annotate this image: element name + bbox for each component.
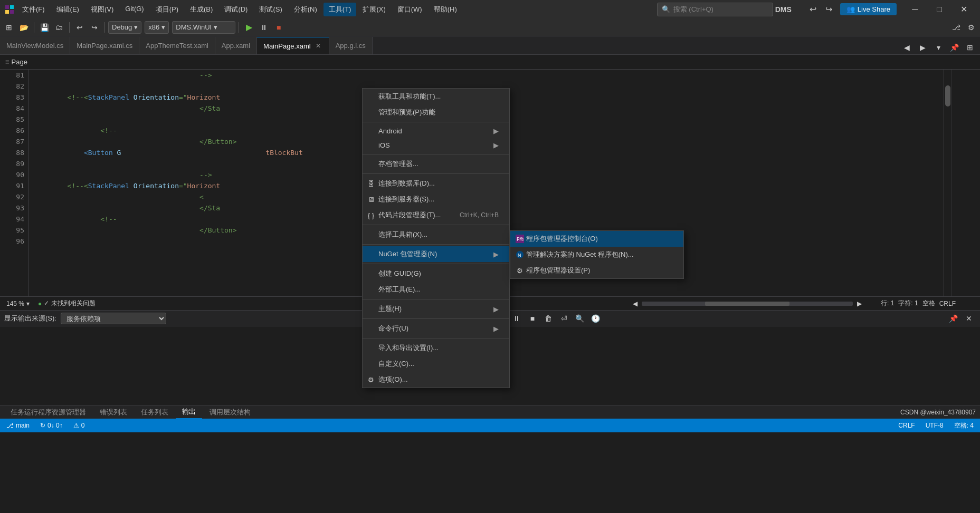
close-output-icon[interactable]: ✕: [962, 312, 976, 325]
pin-tab-icon[interactable]: 📌: [947, 41, 961, 54]
menu-analyze[interactable]: 分析(N): [289, 3, 322, 16]
menu-help[interactable]: 帮助(H): [429, 3, 462, 16]
menu-view[interactable]: 视图(V): [85, 3, 119, 16]
sync-status[interactable]: ↻ 0↓ 0↑: [38, 422, 65, 429]
bottom-tab-bar: 任务运行程序资源管理器 错误列表 任务列表 输出 调用层次结构 CSDN @we…: [0, 405, 980, 419]
warning-status[interactable]: ⚠ 0: [71, 422, 87, 429]
menu-build[interactable]: 生成(B): [185, 3, 218, 16]
branch-status[interactable]: ⎇ main: [4, 422, 32, 429]
menu-tools-cmdline[interactable]: 命令行(U) ▶: [363, 321, 509, 336]
svg-rect-1: [10, 5, 14, 9]
redo-toolbar-icon[interactable]: ↪: [88, 21, 101, 34]
menu-project[interactable]: 项目(P): [150, 3, 184, 16]
title-right: DMS ↩ ↪ 👥 Live Share: [775, 3, 901, 16]
output-stop-icon[interactable]: ■: [526, 312, 539, 325]
tab-mainpagexaml-close[interactable]: ✕: [314, 42, 322, 50]
menu-tools-connectdb[interactable]: 🗄 连接到数据库(D)...: [363, 176, 509, 191]
menu-edit[interactable]: 编辑(E): [51, 3, 84, 16]
menu-tools-nuget[interactable]: NuGet 包管理器(N) ▶: [363, 246, 509, 262]
tab-mainpagexamlcs[interactable]: MainPage.xaml.cs: [70, 37, 139, 54]
menu-debug[interactable]: 调试(D): [219, 3, 253, 16]
tab-callhierarchy[interactable]: 调用层次结构: [203, 406, 257, 419]
run-button[interactable]: ▶: [242, 21, 256, 34]
menu-tools[interactable]: 工具(T): [324, 3, 357, 16]
project-dropdown[interactable]: DMS.WinUI ▾: [172, 21, 235, 34]
scroll-left-btn[interactable]: ◀: [633, 300, 638, 307]
spaces-label: 空格: 4: [954, 421, 974, 430]
scroll-tabs-right-icon[interactable]: ▶: [916, 41, 929, 54]
menu-tools-importexport[interactable]: 导入和导出设置(I)...: [363, 340, 509, 356]
pin-output-icon[interactable]: 📌: [946, 312, 960, 325]
scroll-right-btn[interactable]: ▶: [857, 300, 862, 307]
menu-tools-createguid[interactable]: 创建 GUID(G): [363, 266, 509, 282]
menu-nuget-settings[interactable]: ⚙ 程序包管理器设置(P): [510, 263, 683, 278]
menu-tools-customize[interactable]: 自定义(C)...: [363, 356, 509, 372]
undo-icon[interactable]: ↩: [806, 3, 820, 16]
menu-tools-externaltools[interactable]: 外部工具(E)...: [363, 282, 509, 297]
tab-appxaml-label: App.xaml: [222, 42, 250, 50]
tab-appxaml[interactable]: App.xaml: [215, 37, 257, 54]
output-clock-icon[interactable]: 🕐: [589, 312, 603, 325]
menu-sep-8: [363, 318, 509, 319]
menu-test[interactable]: 测试(S): [254, 3, 287, 16]
new-project-icon[interactable]: ⊞: [2, 21, 16, 34]
tab-output[interactable]: 输出: [176, 405, 202, 419]
menu-tools-gettools[interactable]: 获取工具和功能(T)...: [363, 89, 509, 104]
output-pause-icon[interactable]: ⏸: [510, 312, 524, 325]
vertical-scrollbar[interactable]: [944, 70, 951, 296]
split-editor-icon[interactable]: ⊞: [963, 41, 977, 54]
problems-status[interactable]: ● ✓ 未找到相关问题: [36, 299, 98, 308]
platform-dropdown[interactable]: x86 ▾: [145, 21, 169, 34]
menu-tools-ios[interactable]: iOS ▶: [363, 138, 509, 152]
tab-errorlist[interactable]: 错误列表: [93, 406, 134, 419]
horizontal-scrollbar[interactable]: [642, 302, 853, 306]
save-icon[interactable]: 💾: [37, 21, 51, 34]
scroll-tabs-left-icon[interactable]: ◀: [900, 41, 914, 54]
menu-tools-snippets[interactable]: { } 代码片段管理器(T)... Ctrl+K, Ctrl+B: [363, 207, 509, 223]
crlf-status[interactable]: CRLF: [896, 422, 917, 429]
main-status-bar: ⎇ main ↻ 0↓ 0↑ ⚠ 0 CRLF UTF-8 空格: 4: [0, 419, 980, 432]
menu-nuget-console[interactable]: PM> 程序包管理器控制台(O): [510, 231, 683, 247]
close-button[interactable]: ✕: [952, 0, 976, 18]
tab-mainviewmodel[interactable]: MainViewModel.cs: [0, 37, 70, 54]
nuget-submenu-menu: PM> 程序包管理器控制台(O) N 管理解决方案的 NuGet 程序包(N).…: [510, 230, 684, 279]
menu-nuget-manage[interactable]: N 管理解决方案的 NuGet 程序包(N)...: [510, 247, 683, 263]
menu-extend[interactable]: 扩展(X): [357, 3, 391, 16]
tab-tasklist[interactable]: 任务列表: [135, 406, 175, 419]
tab-taskrunner[interactable]: 任务运行程序资源管理器: [4, 406, 92, 419]
debug-config-dropdown[interactable]: Debug ▾: [108, 21, 141, 34]
menu-tools-toolbox[interactable]: 选择工具箱(X)...: [363, 227, 509, 243]
menu-tools-options[interactable]: ⚙ 选项(O)...: [363, 372, 509, 388]
tab-list-icon[interactable]: ▾: [931, 41, 945, 54]
tab-appthemetest[interactable]: AppThemeTest.xaml: [139, 37, 215, 54]
menu-file[interactable]: 文件(F): [17, 3, 50, 16]
menu-git[interactable]: Git(G): [120, 3, 149, 16]
maximize-button[interactable]: □: [927, 0, 952, 18]
menu-tools-archive[interactable]: 存档管理器...: [363, 156, 509, 172]
stop-icon[interactable]: ■: [272, 21, 286, 34]
git-changes-icon[interactable]: ⎇: [949, 21, 963, 34]
menu-tools-connectserver[interactable]: 🖥 连接到服务器(S)...: [363, 191, 509, 207]
output-source-select[interactable]: 服务依赖项: [61, 313, 166, 324]
open-icon[interactable]: 📂: [17, 21, 31, 34]
zoom-status[interactable]: 145 % ▾: [4, 300, 32, 307]
save-all-icon[interactable]: 🗂: [52, 21, 66, 34]
menu-tools-android[interactable]: Android ▶: [363, 124, 509, 138]
settings-icon[interactable]: ⚙: [964, 21, 978, 34]
encoding-status[interactable]: UTF-8: [924, 422, 946, 429]
menu-tools-manage[interactable]: 管理和预览(P)功能: [363, 104, 509, 120]
minimize-button[interactable]: ─: [903, 0, 927, 18]
redo-icon[interactable]: ↪: [822, 3, 836, 16]
output-wordwrap-icon[interactable]: ⏎: [557, 312, 571, 325]
menu-tools-theme[interactable]: 主题(H) ▶: [363, 301, 509, 317]
menu-window[interactable]: 窗口(W): [392, 3, 427, 16]
tab-mainpagexaml[interactable]: MainPage.xaml ✕: [257, 37, 329, 54]
pause-icon[interactable]: ⏸: [257, 21, 271, 34]
search-box[interactable]: 🔍 搜索 (Ctrl+Q): [657, 3, 773, 16]
tab-appgi[interactable]: App.g.i.cs: [329, 37, 373, 54]
undo-toolbar-icon[interactable]: ↩: [73, 21, 87, 34]
output-filter-icon[interactable]: 🔍: [573, 312, 587, 325]
spaces-status[interactable]: 空格: 4: [952, 421, 976, 430]
output-clear-icon[interactable]: 🗑: [541, 312, 555, 325]
live-share-button[interactable]: 👥 Live Share: [840, 3, 897, 15]
